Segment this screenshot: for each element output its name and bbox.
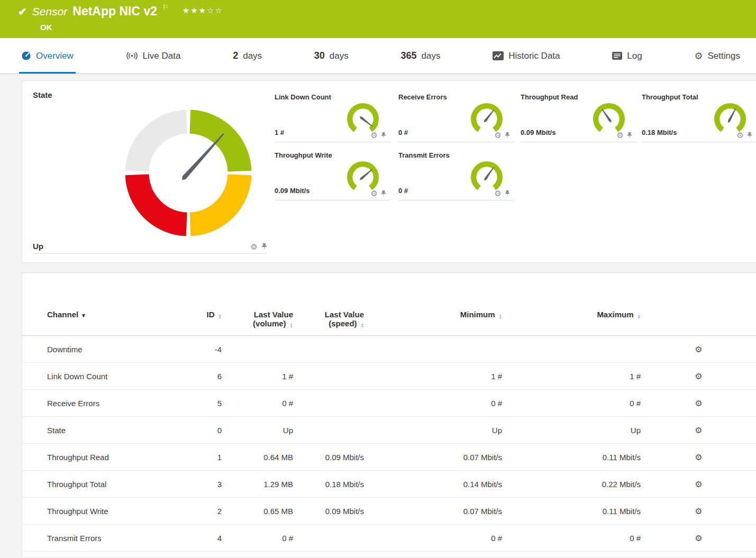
last-value-volume: Up bbox=[222, 417, 293, 444]
pin-icon[interactable] bbox=[627, 132, 632, 139]
channel-settings-gear-icon[interactable]: ⚙ bbox=[371, 131, 378, 139]
column-header-last-value-volume[interactable]: Last Value (volume)▲▼ bbox=[222, 307, 293, 336]
channel-settings-gear-icon[interactable]: ⚙ bbox=[695, 480, 702, 489]
sort-icon: ▲▼ bbox=[290, 323, 293, 328]
channel-name: Throughput Write bbox=[22, 498, 197, 525]
column-label: (speed) bbox=[329, 319, 357, 328]
column-header-minimum[interactable]: Minimum▲▼ bbox=[364, 307, 502, 336]
column-header-last-value-speed[interactable]: Last Value (speed)▲▼ bbox=[293, 307, 364, 336]
tab-settings[interactable]: ⚙ Settings bbox=[692, 38, 742, 74]
channel-settings-gear-icon[interactable]: ⚙ bbox=[371, 189, 378, 197]
channel-settings-gear-icon[interactable]: ⚙ bbox=[695, 507, 702, 516]
channel-settings-gear-icon[interactable]: ⚙ bbox=[695, 426, 702, 435]
column-header-settings bbox=[641, 307, 756, 336]
gear-icon: ⚙ bbox=[694, 50, 703, 62]
mini-gauge-title: Throughput Write bbox=[275, 151, 332, 159]
last-value-speed: 0.09 Mbit/s bbox=[293, 444, 364, 471]
maximum-value: 0.22 Mbit/s bbox=[502, 471, 641, 498]
tab-overview[interactable]: Overview bbox=[19, 38, 76, 74]
tab-label: days bbox=[422, 51, 441, 61]
pin-icon[interactable] bbox=[381, 190, 386, 197]
tab-live-data[interactable]: Live Data bbox=[124, 38, 183, 74]
channel-name: Receive Errors bbox=[22, 390, 197, 417]
table-row: State 0 Up Up Up ⚙ bbox=[22, 417, 756, 444]
mini-gauge-value: 0.09 Mbit/s bbox=[275, 187, 309, 195]
channel-name: Transmit Errors bbox=[22, 525, 197, 552]
column-label: ID bbox=[207, 310, 215, 319]
table-row: Throughput Write 2 0.65 MB 0.09 Mbit/s 0… bbox=[22, 498, 756, 525]
mini-gauge-title: Throughput Read bbox=[521, 93, 578, 101]
maximum-value: 0 # bbox=[502, 390, 641, 417]
table-row: Receive Errors 5 0 # 0 # 0 # ⚙ bbox=[22, 390, 756, 417]
tab-365-days[interactable]: 365 days bbox=[399, 38, 443, 74]
sensor-status-text: OK bbox=[40, 23, 52, 32]
table-header-row: Channel▾ ID▲▼ Last Value (volume)▲▼ Last… bbox=[22, 307, 756, 336]
mini-gauge-tile: Throughput Total 0.18 Mbit/s ⚙ bbox=[642, 93, 756, 142]
channel-settings-gear-icon[interactable]: ⚙ bbox=[695, 345, 702, 354]
minimum-value: 0.07 Mbit/s bbox=[364, 444, 502, 471]
column-header-channel[interactable]: Channel▾ bbox=[22, 307, 197, 336]
table-row: Transmit Errors 4 0 # 0 # 0 # ⚙ bbox=[22, 525, 756, 552]
column-label: Last Value bbox=[222, 310, 293, 319]
maximum-value: 1 # bbox=[502, 363, 641, 390]
channel-settings-gear-icon[interactable]: ⚙ bbox=[695, 372, 702, 381]
last-value-volume: 0 # bbox=[222, 390, 293, 417]
channel-name: Throughput Read bbox=[22, 444, 197, 471]
tab-label: days bbox=[243, 51, 262, 61]
state-gauge-footer: Up ⚙ bbox=[33, 238, 267, 254]
mini-gauge-title: Transmit Errors bbox=[398, 151, 450, 159]
pin-icon[interactable] bbox=[505, 190, 510, 197]
minimum-value: 1 # bbox=[364, 363, 502, 390]
tab-30-days[interactable]: 30 days bbox=[312, 38, 351, 74]
channel-settings-gear-icon[interactable]: ⚙ bbox=[617, 131, 624, 139]
sort-icon: ▲▼ bbox=[361, 323, 364, 328]
pin-icon[interactable] bbox=[747, 132, 752, 139]
tab-label: Live Data bbox=[143, 51, 181, 61]
mini-gauge-value: 0.18 Mbit/s bbox=[642, 129, 677, 136]
tab-number: 2 bbox=[233, 50, 238, 61]
mini-gauge-tile: Link Down Count 1 # ⚙ bbox=[275, 93, 390, 142]
mini-gauge-value: 0.09 Mbit/s bbox=[521, 129, 555, 136]
tab-log[interactable]: Log bbox=[610, 38, 644, 74]
channel-settings-gear-icon[interactable]: ⚙ bbox=[495, 189, 502, 197]
last-value-speed: 0.09 Mbit/s bbox=[293, 498, 364, 525]
tab-2-days[interactable]: 2 days bbox=[231, 38, 264, 74]
chevron-down-icon: ▾ bbox=[82, 312, 85, 318]
column-header-maximum[interactable]: Maximum▲▼ bbox=[502, 307, 641, 336]
channel-id: 0 bbox=[197, 417, 222, 444]
channel-settings-gear-icon[interactable]: ⚙ bbox=[695, 399, 702, 408]
last-value-volume bbox=[222, 336, 293, 363]
column-header-id[interactable]: ID▲▼ bbox=[197, 307, 222, 336]
pin-icon[interactable] bbox=[261, 243, 267, 251]
column-label: Maximum bbox=[597, 310, 633, 319]
channel-settings-gear-icon[interactable]: ⚙ bbox=[495, 131, 502, 139]
maximum-value: 0.11 Mbit/s bbox=[502, 498, 641, 525]
maximum-value: 0.11 Mbit/s bbox=[502, 444, 641, 471]
sort-icon: ▲▼ bbox=[218, 314, 222, 319]
gauges-panel: State Up ⚙ Link Down Count bbox=[22, 80, 756, 263]
pin-icon[interactable] bbox=[505, 132, 510, 139]
channel-id: -4 bbox=[197, 336, 222, 363]
channel-name: Downtime bbox=[22, 336, 197, 363]
channel-id: 5 bbox=[197, 390, 222, 417]
mini-gauge-value: 0 # bbox=[398, 129, 408, 136]
channels-panel: Channel▾ ID▲▼ Last Value (volume)▲▼ Last… bbox=[22, 272, 756, 558]
minimum-value bbox=[364, 336, 502, 363]
mini-gauge-value: 0 # bbox=[398, 187, 408, 195]
priority-stars[interactable]: ★★★☆☆ bbox=[183, 6, 223, 15]
mini-gauge-tile: Throughput Read 0.09 Mbit/s ⚙ bbox=[521, 93, 636, 142]
state-gauge-title: State bbox=[33, 90, 52, 99]
priority-flag-icon[interactable]: ⚐ bbox=[162, 3, 169, 11]
tab-label: Overview bbox=[36, 51, 74, 61]
pin-icon[interactable] bbox=[381, 132, 386, 139]
table-row: Throughput Total 3 1.29 MB 0.18 Mbit/s 0… bbox=[22, 471, 756, 498]
tab-historic-data[interactable]: Historic Data bbox=[490, 38, 562, 74]
channel-settings-gear-icon[interactable]: ⚙ bbox=[737, 131, 744, 139]
last-value-speed bbox=[293, 363, 364, 390]
channel-settings-gear-icon[interactable]: ⚙ bbox=[695, 534, 702, 543]
tab-number: 365 bbox=[401, 50, 417, 61]
channel-settings-gear-icon[interactable]: ⚙ bbox=[695, 453, 702, 462]
channel-settings-gear-icon[interactable]: ⚙ bbox=[251, 243, 258, 251]
channel-id: 2 bbox=[197, 498, 222, 525]
column-label: Channel bbox=[47, 310, 78, 319]
